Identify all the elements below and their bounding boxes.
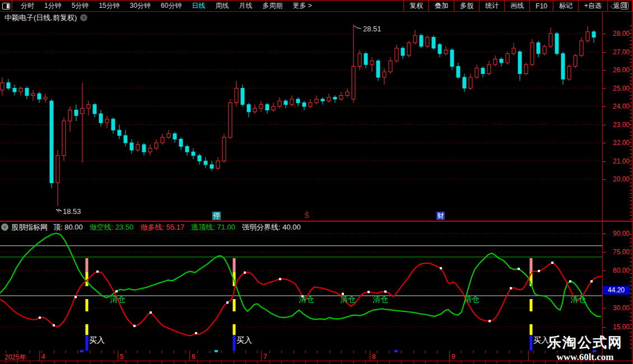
panel-toggle-icon[interactable]: [621, 2, 629, 10]
week-tick-lower: [425, 361, 426, 363]
indicator-chart[interactable]: 买入买入买入清仓清仓清仓清仓清仓清仓: [0, 232, 603, 351]
week-tick: [137, 351, 138, 353]
indicator-name: 股朋指标网: [11, 222, 48, 232]
toolbar-button-mark[interactable]: 标记: [553, 1, 578, 11]
week-tick: [41, 351, 42, 353]
period-tab-60min[interactable]: 60分钟: [156, 1, 187, 11]
week-tick-lower: [41, 361, 42, 363]
week-tick-lower: [6, 361, 6, 363]
period-tab-daily[interactable]: 日线: [187, 1, 210, 11]
chart-title: 中颖电子(日线.前复权): [0, 13, 77, 23]
chevron-down-icon[interactable]: ∨: [80, 14, 87, 21]
month-label-9: 9: [452, 353, 455, 361]
week-tick: [90, 351, 90, 353]
month-divider: [528, 351, 529, 361]
toolbar-button-multi-stock[interactable]: 多股: [454, 1, 479, 11]
period-tab-1min[interactable]: 1分钟: [39, 1, 67, 11]
month-label-4: 4: [41, 353, 45, 361]
week-tick-lower: [210, 361, 210, 363]
clear-position-label: 清仓: [464, 295, 480, 304]
price-tick-label: 22.00: [606, 139, 630, 147]
clear-position-label: 清仓: [110, 295, 125, 304]
clear-position-label: 清仓: [570, 295, 586, 304]
week-tick: [101, 351, 102, 353]
price-tick-label: 27.00: [606, 48, 630, 56]
indicator-tick-label: 90.00: [606, 230, 630, 237]
toolbar-button-add-watchlist[interactable]: +自选: [578, 1, 607, 11]
week-tick: [54, 351, 54, 353]
event-s-flag[interactable]: Ŝ: [302, 212, 311, 220]
week-tick-lower: [245, 361, 246, 363]
week-tick-lower: [234, 361, 234, 363]
week-tick: [377, 351, 378, 353]
indicator-tick-label: 15.00: [606, 323, 630, 331]
week-tick: [353, 351, 354, 353]
week-tick: [533, 351, 534, 353]
week-tick-lower: [137, 361, 138, 363]
toolbar: 分时1分钟5分钟15分钟30分钟60分钟日线周线月线多周期更多 > 复权叠加多股…: [0, 0, 633, 12]
week-tick: [125, 351, 126, 353]
period-tab-5min[interactable]: 5分钟: [67, 1, 94, 11]
top-border: [0, 0, 633, 1]
week-tick-lower: [77, 361, 78, 363]
week-tick: [245, 351, 246, 353]
week-tick-lower: [66, 361, 66, 363]
week-tick-lower: [197, 361, 198, 363]
week-tick: [437, 351, 437, 353]
period-tab-fenshi[interactable]: 分时: [16, 1, 39, 11]
axis-event-mark: [80, 350, 83, 352]
toolbar-button-f10[interactable]: F10: [529, 1, 553, 11]
week-tick: [269, 351, 270, 353]
period-tab-30min[interactable]: 30分钟: [125, 1, 156, 11]
week-tick-lower: [401, 361, 402, 363]
period-tab-weekly[interactable]: 周线: [210, 1, 234, 11]
watermark-url: www.60lt.com: [547, 352, 623, 363]
period-tab-multi-period[interactable]: 多周期: [257, 1, 287, 11]
week-tick-lower: [54, 361, 54, 363]
price-tick-label: 25.00: [606, 85, 630, 92]
toolbar-button-fuquan[interactable]: 复权: [403, 1, 429, 11]
week-tick: [389, 351, 390, 353]
candlestick-chart[interactable]: 28.51 18.53: [0, 24, 603, 221]
toolbar-button-draw-line[interactable]: 画线: [504, 1, 529, 11]
week-tick: [365, 351, 366, 353]
week-tick: [161, 351, 162, 353]
month-label-6: 6: [192, 353, 196, 361]
buy-signal-label: 买入: [89, 335, 105, 344]
price-tick-label: 21.00: [606, 157, 630, 165]
week-tick: [6, 351, 6, 353]
week-tick-lower: [150, 361, 150, 363]
period-tab-more[interactable]: 更多 >: [287, 1, 316, 11]
week-tick: [305, 351, 306, 353]
month-divider: [39, 351, 40, 361]
event-finance[interactable]: 财: [436, 212, 445, 220]
week-tick-lower: [257, 361, 258, 363]
week-tick: [234, 351, 234, 353]
period-tab-monthly[interactable]: 月线: [234, 1, 257, 11]
week-tick: [425, 351, 426, 353]
high-annotation: 28.51: [363, 25, 381, 33]
indicator-field-top: 顶: 80.00: [53, 223, 83, 231]
toolbar-button-overlay[interactable]: 叠加: [429, 1, 454, 11]
month-divider: [118, 351, 118, 361]
diamond-icon[interactable]: ◇: [611, 2, 616, 10]
event-suspend[interactable]: 停: [212, 212, 221, 220]
indicator-field-strength-divider: 强弱分界线: 40.00: [242, 223, 301, 231]
indicator-values: 顶: 80.00做空线: 23.50做多线: 55.17逃顶线: 71.00强弱…: [53, 222, 308, 232]
week-tick-lower: [317, 361, 318, 363]
week-tick: [114, 351, 114, 353]
toolbar-button-stats[interactable]: 统计: [479, 1, 504, 11]
week-tick-lower: [329, 361, 330, 363]
period-tab-15min[interactable]: 15分钟: [94, 1, 124, 11]
week-tick-lower: [30, 361, 30, 363]
week-tick-lower: [413, 361, 414, 363]
week-tick-lower: [281, 361, 282, 363]
indicator-collapse-icon[interactable]: ∨: [1, 223, 8, 231]
axis-event-mark: [215, 350, 218, 352]
price-tick-label: 20.00: [606, 175, 630, 183]
week-tick-lower: [305, 361, 306, 363]
week-tick: [509, 351, 510, 353]
layout-icon[interactable]: [0, 1, 12, 11]
week-tick: [485, 351, 486, 353]
low-annotation: 18.53: [63, 207, 81, 216]
